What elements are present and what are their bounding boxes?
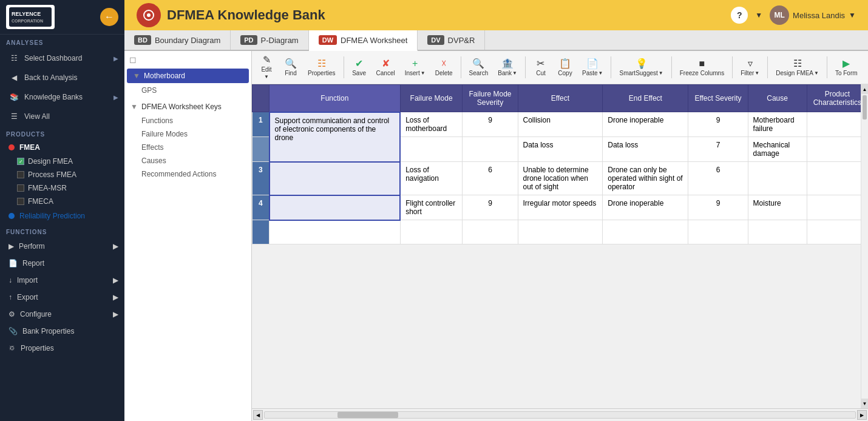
- find-button[interactable]: 🔍 Find: [280, 57, 302, 78]
- severity-cell-4[interactable]: 9: [463, 195, 518, 220]
- effect-severity-cell-2[interactable]: 7: [688, 137, 748, 162]
- edit-button[interactable]: ✎ Edit ▼: [256, 53, 277, 81]
- scroll-left-button[interactable]: ◀: [253, 410, 263, 420]
- sidebar-item-fmea-msr[interactable]: FMEA-MSR: [0, 181, 124, 195]
- end-effect-cell-4[interactable]: Drone inoperable: [603, 195, 688, 220]
- sidebar-item-perform[interactable]: ▶ Perform ▶: [0, 238, 124, 255]
- design-fmea-toolbar-button[interactable]: ☷ Design FMEA ▼: [772, 57, 822, 78]
- end-effect-cell-3[interactable]: Drone can only be operated within sight …: [603, 162, 688, 195]
- effect-severity-cell-4[interactable]: 9: [688, 195, 748, 220]
- sidebar-item-configure[interactable]: ⚙ Configure ▶: [0, 306, 124, 323]
- tree-item-failure-modes[interactable]: Failure Modes: [124, 127, 251, 141]
- smart-suggest-button[interactable]: 💡 SmartSuggest ▼: [615, 57, 666, 78]
- end-effect-cell-2[interactable]: Data loss: [603, 137, 688, 162]
- sidebar-item-back-to-analysis[interactable]: ◀ Back to Analysis: [0, 68, 124, 87]
- freeze-columns-button[interactable]: ■ Freeze Columns: [676, 57, 728, 78]
- scroll-down-button[interactable]: ▼: [861, 399, 868, 408]
- back-nav-button[interactable]: ←: [100, 8, 118, 26]
- scroll-up-button[interactable]: ▲: [861, 84, 868, 94]
- user-dropdown-arrow[interactable]: ▼: [849, 11, 856, 19]
- col-function[interactable]: Function: [270, 85, 401, 112]
- to-form-button[interactable]: ▶ To Form: [832, 57, 861, 78]
- function-cell-3[interactable]: [270, 162, 401, 195]
- cause-cell-2[interactable]: Mechanical damage: [748, 137, 807, 162]
- empty-cell[interactable]: [270, 220, 401, 244]
- severity-cell-3[interactable]: 6: [463, 162, 518, 195]
- end-effect-cell-1[interactable]: Drone inoperable: [603, 112, 688, 137]
- save-button[interactable]: ✔ Save: [348, 57, 370, 78]
- effect-cell-3[interactable]: Unable to determine drone location when …: [518, 162, 603, 195]
- properties-toolbar-button[interactable]: ☷ Properties: [304, 57, 339, 78]
- sidebar-item-select-dashboard[interactable]: ☷ Select Dashboard ▶: [0, 49, 124, 68]
- bank-button[interactable]: 🏦 Bank ▼: [494, 57, 521, 78]
- col-fm-severity[interactable]: Failure ModeSeverity: [463, 85, 518, 112]
- prod-char-cell-2[interactable]: [807, 137, 867, 162]
- insert-button[interactable]: + Insert ▼: [401, 57, 429, 78]
- scroll-right-button[interactable]: ▶: [857, 410, 867, 420]
- help-dropdown-arrow[interactable]: ▼: [755, 11, 762, 19]
- tab-dvpr[interactable]: DV DVP&R: [418, 30, 485, 50]
- tree-item-motherboard[interactable]: ▼ Motherboard: [127, 69, 249, 83]
- delete-button[interactable]: ☓ Delete: [432, 57, 456, 78]
- prod-char-cell-4[interactable]: [807, 195, 867, 220]
- filter-button[interactable]: ▿ Filter ▼: [737, 57, 763, 78]
- tree-item-gps[interactable]: GPS: [124, 84, 251, 97]
- user-menu[interactable]: ML Melissa Landis ▼: [770, 5, 856, 25]
- severity-cell-1[interactable]: 9: [463, 112, 518, 137]
- tree-item-dfmea-keys[interactable]: ▼ DFMEA Worksheet Keys: [124, 99, 251, 114]
- tree-collapse-icon[interactable]: ◻: [129, 55, 137, 64]
- failure-mode-cell-1[interactable]: Loss of motherboard: [400, 112, 463, 137]
- sidebar-item-view-all[interactable]: ☰ View All: [0, 107, 124, 126]
- sidebar-item-report[interactable]: 📄 Report: [0, 255, 124, 272]
- sidebar-item-bank-properties[interactable]: 📎 Bank Properties: [0, 323, 124, 340]
- cause-cell-3[interactable]: [748, 162, 807, 195]
- sidebar-item-import[interactable]: ↓ Import ▶: [0, 272, 124, 289]
- empty-cell[interactable]: [518, 220, 603, 244]
- sidebar-item-properties[interactable]: ⛭ Properties: [0, 340, 124, 357]
- effect-severity-cell-1[interactable]: 9: [688, 112, 748, 137]
- sidebar-item-knowledge-banks[interactable]: 📚 Knowledge Banks ▶: [0, 87, 124, 107]
- empty-cell[interactable]: [807, 220, 867, 244]
- search-button[interactable]: 🔍 Search: [466, 57, 492, 78]
- help-button[interactable]: ?: [731, 7, 748, 24]
- empty-cell[interactable]: [463, 220, 518, 244]
- tab-p-diagram[interactable]: PD P-Diagram: [231, 30, 308, 50]
- function-cell-4[interactable]: [270, 195, 401, 220]
- col-effect[interactable]: Effect: [518, 85, 603, 112]
- empty-cell[interactable]: [748, 220, 807, 244]
- failure-mode-cell-4[interactable]: Flight controller short: [400, 195, 463, 220]
- effect-cell-2[interactable]: Data loss: [518, 137, 603, 162]
- effect-severity-cell-3[interactable]: 6: [688, 162, 748, 195]
- cut-button[interactable]: ✂ Cut: [530, 57, 552, 78]
- failure-mode-cell-3[interactable]: Loss of navigation: [400, 162, 463, 195]
- tree-item-functions[interactable]: Functions: [124, 114, 251, 127]
- effect-cell-1[interactable]: Collision: [518, 112, 603, 137]
- col-effect-severity[interactable]: Effect Severity: [688, 85, 748, 112]
- empty-cell[interactable]: [603, 220, 688, 244]
- vertical-scrollbar[interactable]: ▲ ▼: [861, 84, 868, 408]
- copy-button[interactable]: 📋 Copy: [554, 57, 576, 78]
- h-scroll-thumb[interactable]: [337, 412, 398, 418]
- severity-cell-2[interactable]: [463, 137, 518, 162]
- sidebar-item-fmea[interactable]: FMEA: [0, 140, 124, 155]
- effect-cell-4[interactable]: Irregular motor speeds: [518, 195, 603, 220]
- tab-dfmea-worksheet[interactable]: DW DFMEA Worksheet: [309, 30, 418, 51]
- scroll-thumb[interactable]: [863, 95, 867, 120]
- tree-item-effects[interactable]: Effects: [124, 141, 251, 154]
- empty-cell[interactable]: [400, 220, 463, 244]
- tree-item-causes[interactable]: Causes: [124, 154, 251, 167]
- col-failure-mode[interactable]: Failure Mode: [400, 85, 463, 112]
- sidebar-item-design-fmea[interactable]: ✓ Design FMEA: [0, 155, 124, 168]
- empty-cell[interactable]: [688, 220, 748, 244]
- col-end-effect[interactable]: End Effect: [603, 85, 688, 112]
- prod-char-cell-1[interactable]: [807, 112, 867, 137]
- cause-cell-4[interactable]: Moisture: [748, 195, 807, 220]
- col-cause[interactable]: Cause: [748, 85, 807, 112]
- sidebar-item-export[interactable]: ↑ Export ▶: [0, 289, 124, 306]
- function-cell-1[interactable]: Support communication and control of ele…: [270, 112, 401, 162]
- cancel-button[interactable]: ✘ Cancel: [373, 57, 399, 78]
- sidebar-item-fmeca[interactable]: FMECA: [0, 195, 124, 208]
- sidebar-item-process-fmea[interactable]: Process FMEA: [0, 168, 124, 181]
- sidebar-item-reliability-prediction[interactable]: Reliability Prediction: [0, 208, 124, 224]
- prod-char-cell-3[interactable]: [807, 162, 867, 195]
